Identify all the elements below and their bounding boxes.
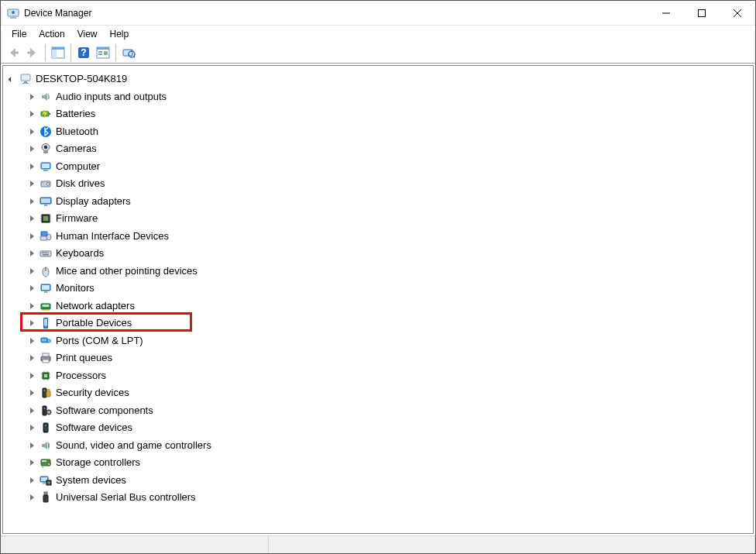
svg-rect-55 (45, 253, 46, 254)
svg-rect-26 (49, 113, 50, 115)
svg-rect-30 (43, 150, 48, 153)
expander-icon[interactable] (6, 74, 17, 84)
display-icon (39, 194, 53, 208)
disk-icon (39, 177, 53, 191)
tree-item[interactable]: Display adapters (3, 193, 753, 211)
expander-icon[interactable] (26, 353, 37, 363)
svg-text:?: ? (81, 47, 86, 58)
expander-icon[interactable] (26, 266, 37, 277)
expander-icon[interactable] (26, 440, 37, 451)
svg-rect-73 (44, 319, 47, 326)
expander-icon[interactable] (26, 196, 37, 207)
scan-hardware-button[interactable] (119, 43, 138, 62)
svg-rect-39 (44, 205, 47, 206)
tree-item[interactable]: Human Interface Devices (3, 228, 753, 246)
tree-item[interactable]: Security devices (3, 384, 753, 402)
tree-item[interactable]: Print queues (3, 349, 753, 367)
tree-item[interactable]: Storage controllers (3, 454, 753, 472)
tree-item[interactable]: Ports (COM & LPT) (3, 332, 753, 350)
expander-icon[interactable] (26, 283, 37, 294)
tree-item[interactable]: Processors (3, 367, 753, 385)
tree-item[interactable]: Firmware (3, 210, 753, 228)
help-button[interactable]: ? (74, 43, 93, 62)
expander-icon[interactable] (26, 178, 37, 189)
svg-point-29 (44, 146, 47, 149)
expander-icon[interactable] (26, 457, 37, 468)
tree-item-label: Monitors (56, 280, 94, 297)
menu-view[interactable]: View (71, 27, 104, 41)
tree-item-label: Sound, video and game controllers (56, 437, 211, 454)
monitor-icon (39, 281, 53, 295)
svg-rect-22 (21, 74, 30, 81)
close-button[interactable] (720, 1, 755, 25)
tree-item[interactable]: Audio inputs and outputs (3, 88, 753, 106)
expander-icon[interactable] (26, 126, 37, 137)
tree-item[interactable]: Portable Devices (3, 315, 753, 332)
tree-item-label: Human Interface Devices (56, 228, 169, 245)
svg-point-35 (46, 183, 50, 186)
expander-icon[interactable] (26, 370, 37, 381)
tree-item[interactable]: Software components (3, 402, 753, 420)
tree-item-label: Cameras (56, 140, 97, 157)
svg-rect-19 (123, 50, 132, 56)
expander-icon[interactable] (26, 405, 37, 416)
expander-icon[interactable] (26, 301, 37, 311)
nav-forward-button[interactable] (23, 43, 42, 62)
expander-icon[interactable] (26, 108, 37, 119)
tree-item-label: Mice and other pointing devices (56, 263, 198, 280)
expander-icon[interactable] (26, 91, 37, 102)
firmware-icon (39, 212, 53, 225)
window-controls (648, 1, 755, 25)
tree-root-label: DESKTOP-504K819 (36, 71, 127, 88)
device-tree[interactable]: DESKTOP-504K819 Audio inputs and outputs… (2, 65, 754, 534)
show-hide-console-tree-button[interactable] (49, 43, 67, 62)
svg-point-77 (43, 339, 44, 340)
tree-root[interactable]: DESKTOP-504K819 (3, 71, 753, 88)
expander-icon[interactable] (26, 422, 37, 433)
expander-icon[interactable] (26, 213, 37, 224)
nav-back-button[interactable] (4, 43, 22, 62)
tree-item[interactable]: Keyboards (3, 245, 753, 263)
expander-icon[interactable] (26, 475, 37, 486)
tree-item[interactable]: Cameras (3, 140, 753, 158)
tree-item[interactable]: Mice and other pointing devices (3, 263, 753, 280)
expander-icon[interactable] (26, 143, 37, 154)
menu-file[interactable]: File (5, 27, 33, 41)
svg-rect-53 (42, 253, 43, 254)
expander-icon[interactable] (26, 318, 37, 329)
expander-icon[interactable] (26, 335, 37, 346)
expander-icon[interactable] (26, 492, 37, 503)
svg-rect-32 (42, 163, 50, 168)
svg-rect-64 (44, 291, 47, 293)
svg-rect-116 (43, 495, 48, 502)
tree-item[interactable]: Monitors (3, 280, 753, 298)
expander-icon[interactable] (26, 161, 37, 172)
menu-help[interactable]: Help (104, 27, 136, 41)
title-bar: Device Manager (1, 1, 755, 26)
properties-button[interactable] (94, 43, 112, 62)
tree-item[interactable]: Software devices (3, 419, 753, 437)
svg-point-99 (48, 411, 50, 413)
maximize-button[interactable] (684, 1, 720, 25)
expander-icon[interactable] (26, 248, 37, 259)
tree-item[interactable]: Network adapters (3, 298, 753, 315)
ports-icon (39, 334, 53, 348)
system-icon (39, 473, 53, 487)
expander-icon[interactable] (26, 231, 37, 242)
tree-item[interactable]: Batteries (3, 105, 753, 123)
tree-item[interactable]: Universal Serial Bus controllers (3, 489, 753, 507)
tree-item[interactable]: System devices (3, 472, 753, 490)
toolbar-separator (70, 44, 71, 61)
svg-point-2 (12, 11, 15, 14)
tree-item[interactable]: Sound, video and game controllers (3, 437, 753, 455)
tree-item[interactable]: Bluetooth (3, 123, 753, 141)
svg-rect-1 (10, 17, 16, 19)
tree-item[interactable]: Computer (3, 158, 753, 176)
expander-icon[interactable] (26, 387, 37, 398)
tree-item[interactable]: Disk drives (3, 175, 753, 193)
svg-rect-57 (48, 253, 50, 254)
minimize-button[interactable] (648, 1, 684, 25)
menu-action[interactable]: Action (33, 27, 70, 41)
svg-rect-93 (43, 388, 46, 397)
svg-rect-106 (45, 427, 47, 431)
